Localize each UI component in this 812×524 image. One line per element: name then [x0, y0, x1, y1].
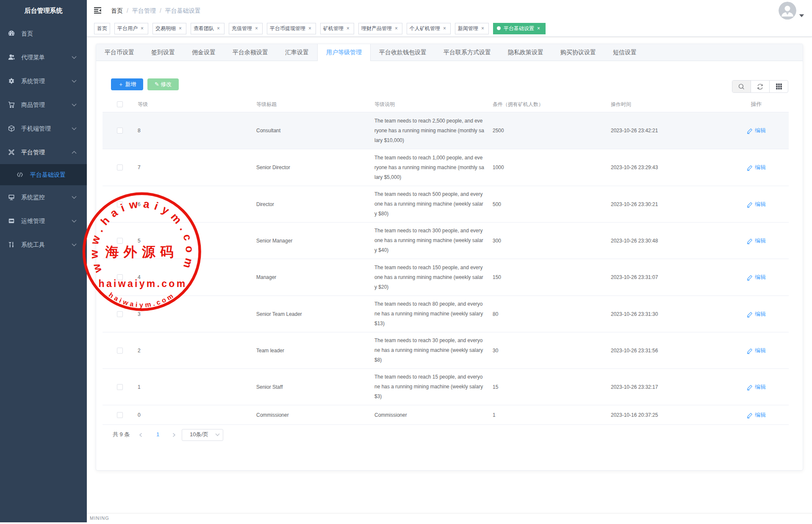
svg-text:海外源码: 海外源码: [105, 244, 178, 259]
svg-text:haiwaiym.com: haiwaiym.com: [99, 278, 187, 289]
